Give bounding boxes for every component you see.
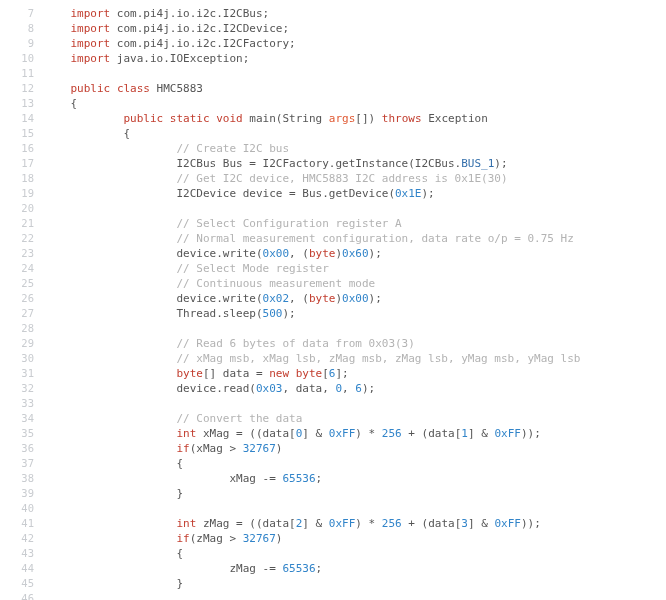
code-line: { — [44, 96, 666, 111]
token: (xMag > — [190, 442, 243, 455]
token: // Create I2C bus — [176, 142, 289, 155]
token: device.write( — [176, 292, 262, 305]
token: ); — [362, 382, 375, 395]
line-number: 15 — [0, 126, 34, 141]
line-number: 13 — [0, 96, 34, 111]
line-number: 36 — [0, 441, 34, 456]
code-line — [44, 66, 666, 81]
line-number: 8 — [0, 21, 34, 36]
code-line: import com.pi4j.io.i2c.I2CDevice; — [44, 21, 666, 36]
line-number: 42 — [0, 531, 34, 546]
line-number: 29 — [0, 336, 34, 351]
line-number: 41 — [0, 516, 34, 531]
code-line: device.write(0x00, (byte)0x60); — [44, 246, 666, 261]
code-line: public class HMC5883 — [44, 81, 666, 96]
token: // Continuous measurement mode — [176, 277, 375, 290]
code-line: if(xMag > 32767) — [44, 441, 666, 456]
token: int — [176, 517, 196, 530]
token: HMC5883 — [150, 82, 203, 95]
token: ; — [316, 562, 323, 575]
code-area[interactable]: import com.pi4j.io.i2c.I2CBus; import co… — [44, 6, 666, 600]
token: [] data = — [203, 367, 269, 380]
token: , — [342, 382, 355, 395]
code-line: int xMag = ((data[0] & 0xFF) * 256 + (da… — [44, 426, 666, 441]
token: ]; — [335, 367, 348, 380]
code-line: xMag -= 65536; — [44, 471, 666, 486]
line-number: 37 — [0, 456, 34, 471]
token: )); — [521, 427, 541, 440]
token: int — [176, 427, 196, 440]
token: } — [176, 487, 183, 500]
code-line: byte[] data = new byte[6]; — [44, 366, 666, 381]
line-number: 31 — [0, 366, 34, 381]
token: 3 — [461, 517, 468, 530]
line-number: 27 — [0, 306, 34, 321]
token: ) — [276, 532, 283, 545]
code-line — [44, 321, 666, 336]
token: I2CBus Bus = I2CFactory.getInstance(I2CB… — [176, 157, 461, 170]
line-number: 14 — [0, 111, 34, 126]
token: byte — [309, 247, 336, 260]
code-line: { — [44, 126, 666, 141]
line-number: 32 — [0, 381, 34, 396]
token: throws — [382, 112, 422, 125]
line-number: 44 — [0, 561, 34, 576]
line-number: 18 — [0, 171, 34, 186]
token: xMag -= — [229, 472, 282, 485]
token — [110, 82, 117, 95]
line-number: 45 — [0, 576, 34, 591]
token: )); — [521, 517, 541, 530]
token: public — [123, 112, 163, 125]
token: Thread.sleep( — [176, 307, 262, 320]
token: { — [176, 457, 183, 470]
token: 0xFF — [329, 517, 356, 530]
token: import — [71, 22, 111, 35]
code-line — [44, 396, 666, 411]
code-line: import com.pi4j.io.i2c.I2CBus; — [44, 6, 666, 21]
code-line: // Normal measurement configuration, dat… — [44, 231, 666, 246]
line-number: 19 — [0, 186, 34, 201]
token: // Get I2C device, HMC5883 I2C address i… — [176, 172, 507, 185]
token: ); — [422, 187, 435, 200]
line-number: 43 — [0, 546, 34, 561]
token: , ( — [289, 292, 309, 305]
token: ; — [316, 472, 323, 485]
line-number: 10 — [0, 51, 34, 66]
code-line: { — [44, 546, 666, 561]
token: 256 — [382, 427, 402, 440]
source-viewer: 7891011121314151617181920212223242526272… — [0, 0, 666, 600]
token: + (data[ — [402, 427, 462, 440]
code-line: // Convert the data — [44, 411, 666, 426]
token: ] & — [302, 427, 329, 440]
token: if — [176, 532, 189, 545]
line-number: 38 — [0, 471, 34, 486]
line-number: 21 — [0, 216, 34, 231]
token: static — [170, 112, 210, 125]
line-number: 30 — [0, 351, 34, 366]
token: 0x03 — [256, 382, 283, 395]
line-number: 35 — [0, 426, 34, 441]
token: xMag = ((data[ — [196, 427, 295, 440]
token: zMag = ((data[ — [196, 517, 295, 530]
token: 0x00 — [263, 247, 290, 260]
code-line: public static void main(String args[]) t… — [44, 111, 666, 126]
line-number: 22 — [0, 231, 34, 246]
code-line: zMag -= 65536; — [44, 561, 666, 576]
code-line: import java.io.IOException; — [44, 51, 666, 66]
token: byte — [296, 367, 323, 380]
token — [163, 112, 170, 125]
token: 1 — [461, 427, 468, 440]
token: ); — [282, 307, 295, 320]
token: // Normal measurement configuration, dat… — [176, 232, 573, 245]
token: 0xFF — [494, 517, 521, 530]
code-line: // Select Configuration register A — [44, 216, 666, 231]
token: []) — [355, 112, 382, 125]
token: 0xFF — [329, 427, 356, 440]
token: + (data[ — [402, 517, 462, 530]
line-number: 17 — [0, 156, 34, 171]
token: if — [176, 442, 189, 455]
code-line — [44, 591, 666, 600]
token: [ — [322, 367, 329, 380]
token: BUS_1 — [461, 157, 494, 170]
code-line: // Read 6 bytes of data from 0x03(3) — [44, 336, 666, 351]
